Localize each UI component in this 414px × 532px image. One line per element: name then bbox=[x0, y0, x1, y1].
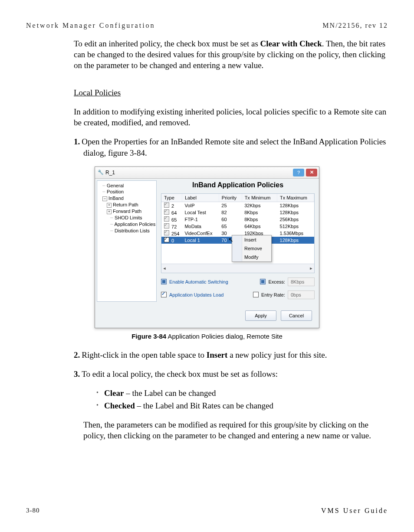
row-checkbox[interactable] bbox=[164, 223, 169, 228]
dialog-title: R_1 bbox=[105, 170, 291, 176]
table-row[interactable]: 2VoIP2532Kbps128Kbps bbox=[161, 202, 314, 209]
step1-text: Open the Properties for an InBanded Remo… bbox=[82, 137, 386, 157]
step3-text: To edit a local policy, the check box mu… bbox=[82, 369, 278, 379]
app-updates-checkbox[interactable] bbox=[161, 292, 167, 297]
step2-b: a new policy just for this site. bbox=[227, 350, 327, 359]
cell-tx_min[interactable]: 64Kbps bbox=[242, 223, 277, 230]
intro-paragraph: To edit an inherited policy, the check b… bbox=[74, 38, 388, 71]
table-row[interactable]: 72MoData6564Kbps512Kbps bbox=[161, 223, 314, 230]
cell-tx_min[interactable]: 8Kbps bbox=[242, 216, 277, 223]
figure-caption-bold: Figure 3-84 bbox=[131, 333, 166, 340]
step2-a: Right-click in the open table space to bbox=[82, 350, 207, 359]
cell-label[interactable]: FTP-1 bbox=[182, 216, 219, 223]
table-row[interactable]: 64Local Test828Kbps128Kbps bbox=[161, 209, 314, 216]
cell-label[interactable]: Local Test bbox=[182, 209, 219, 216]
row-checkbox[interactable] bbox=[164, 216, 169, 222]
cell-priority[interactable]: 60 bbox=[219, 216, 242, 223]
minus-icon[interactable]: − bbox=[102, 196, 107, 201]
excess-checkbox[interactable] bbox=[260, 279, 266, 284]
step2-bold: Insert bbox=[207, 350, 228, 359]
section-heading: Local Policies bbox=[74, 87, 388, 98]
excess-label: Excess: bbox=[268, 279, 285, 284]
footer-right: VMS User Guide bbox=[321, 507, 388, 515]
h-scrollbar[interactable]: ◄ ► bbox=[161, 264, 314, 273]
col-txmin[interactable]: Tx Minimum bbox=[242, 194, 277, 202]
cell-priority[interactable]: 25 bbox=[219, 202, 242, 209]
figure-caption: Figure 3-84 Application Policies dialog,… bbox=[26, 333, 388, 340]
tree-inband[interactable]: −InBand bbox=[98, 195, 155, 202]
col-label[interactable]: Label bbox=[182, 194, 219, 202]
row-checkbox[interactable] bbox=[164, 230, 169, 235]
policy-table-container: Type Label Priority Tx Minimum Tx Maximu… bbox=[161, 193, 315, 273]
cancel-button[interactable]: Cancel bbox=[281, 310, 312, 321]
figure-caption-text: Application Policies dialog, Remote Site bbox=[166, 333, 283, 340]
cell-tx_min[interactable]: 32Kbps bbox=[242, 202, 277, 209]
tree-shod-limits[interactable]: ┈ SHOD Limits bbox=[98, 215, 155, 221]
apply-button[interactable]: Apply bbox=[245, 310, 276, 321]
scroll-left-icon[interactable]: ◄ bbox=[161, 265, 168, 271]
plus-icon[interactable]: + bbox=[107, 203, 112, 208]
entry-rate-label: Entry Rate: bbox=[261, 292, 285, 297]
step-3: 3.To edit a local policy, the check box … bbox=[74, 369, 388, 379]
tree-general[interactable]: ┈ General bbox=[98, 183, 155, 189]
context-menu[interactable]: Insert Remove Modify bbox=[232, 235, 272, 262]
bullet-icon: • bbox=[96, 400, 104, 411]
intro-bold: Clear with Check bbox=[260, 39, 322, 48]
bullet-icon: • bbox=[96, 388, 104, 398]
step3-num: 3. bbox=[74, 369, 82, 379]
page-number: 3-80 bbox=[26, 507, 40, 515]
step1-num: 1. bbox=[74, 137, 82, 146]
cell-tx_max[interactable]: 128Kbps bbox=[277, 237, 314, 244]
cell-priority[interactable]: 65 bbox=[219, 223, 242, 230]
dialog-titlebar[interactable]: 🔧 R_1 ? ✕ bbox=[95, 167, 319, 179]
ctx-modify[interactable]: Modify bbox=[232, 253, 271, 261]
bullet-checked: • Checked – the Label and Bit Rates can … bbox=[96, 400, 388, 411]
row-checkbox[interactable] bbox=[164, 237, 169, 242]
enable-auto-checkbox[interactable] bbox=[161, 279, 167, 284]
cell-tx_max[interactable]: 512Kbps bbox=[277, 223, 314, 230]
cell-tx_max[interactable]: 256Kbps bbox=[277, 216, 314, 223]
cell-priority[interactable]: 82 bbox=[219, 209, 242, 216]
col-priority[interactable]: Priority bbox=[219, 194, 242, 202]
tree-app-policies[interactable]: ┈ Application Policies bbox=[98, 221, 155, 228]
tree-dist-lists[interactable]: ┈ Distribution Lists bbox=[98, 228, 155, 234]
cell-tx_min[interactable]: 8Kbps bbox=[242, 209, 277, 216]
table-row[interactable]: 65FTP-1608Kbps256Kbps bbox=[161, 216, 314, 223]
intro-a: To edit an inherited policy, the check b… bbox=[74, 39, 260, 48]
entry-rate-checkbox[interactable] bbox=[253, 292, 259, 297]
scroll-right-icon[interactable]: ► bbox=[308, 265, 314, 271]
header-right: MN/22156, rev 12 bbox=[322, 22, 388, 29]
close-button[interactable]: ✕ bbox=[306, 169, 317, 176]
then-paragraph: Then, the parameters can be modified as … bbox=[83, 419, 388, 441]
titlebar-icon: 🔧 bbox=[98, 170, 104, 175]
bullet-clear-bold: Clear bbox=[104, 388, 124, 398]
row-checkbox[interactable] bbox=[164, 202, 169, 208]
col-type[interactable]: Type bbox=[161, 194, 182, 202]
header-left: Network Manager Configuration bbox=[26, 22, 155, 29]
step2-num: 2. bbox=[74, 350, 82, 359]
row-checkbox[interactable] bbox=[164, 209, 169, 215]
enable-auto-label: Enable Automatic Switching bbox=[169, 279, 228, 284]
bullet-checked-bold: Checked bbox=[104, 401, 135, 410]
ctx-insert[interactable]: Insert bbox=[232, 235, 271, 244]
cell-tx_max[interactable]: 128Kbps bbox=[277, 202, 314, 209]
col-txmax[interactable]: Tx Maximum bbox=[277, 194, 314, 202]
cell-tx_max[interactable]: 1.536Mbps bbox=[277, 230, 314, 237]
bullet-clear-text: – the Label can be changed bbox=[124, 388, 216, 398]
cell-label[interactable]: Local 1 bbox=[182, 237, 219, 244]
bullet-clear: • Clear – the Label can be changed bbox=[96, 388, 388, 398]
cell-label[interactable]: VoIP bbox=[182, 202, 219, 209]
ctx-remove[interactable]: Remove bbox=[232, 244, 271, 253]
help-button[interactable]: ? bbox=[293, 169, 304, 176]
cell-tx_max[interactable]: 128Kbps bbox=[277, 209, 314, 216]
tree-position[interactable]: ┈ Position bbox=[98, 189, 155, 195]
plus-icon[interactable]: + bbox=[107, 209, 112, 214]
tree-forward-path[interactable]: +Forward Path bbox=[98, 208, 155, 215]
nav-tree[interactable]: ┈ General ┈ Position −InBand +Return Pat… bbox=[97, 180, 157, 302]
cell-label[interactable]: MoData bbox=[182, 223, 219, 230]
excess-value: 8Kbps bbox=[288, 277, 315, 286]
dialog-window: 🔧 R_1 ? ✕ ┈ General ┈ Position −InBand +… bbox=[95, 166, 319, 328]
step-1: 1.Open the Properties for an InBanded Re… bbox=[74, 136, 388, 158]
cell-label[interactable]: VideoConfEx bbox=[182, 230, 219, 237]
tree-return-path[interactable]: +Return Path bbox=[98, 202, 155, 208]
